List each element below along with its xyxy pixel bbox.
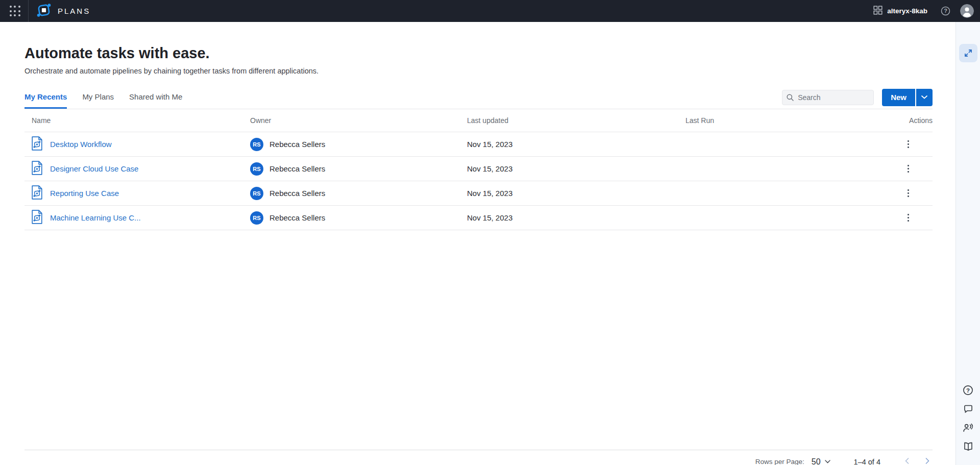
column-header-name: Name [24,116,250,125]
plans-table: Desktop Workflow RS Rebecca Sellers Nov … [24,132,933,230]
svg-text:?: ? [966,387,970,393]
top-navbar: PLANS alteryx-8kab ? [0,0,980,22]
tab-my-recents[interactable]: My Recents [24,86,67,109]
next-page-button[interactable] [922,456,933,465]
row-actions-menu-button[interactable] [904,186,913,201]
svg-text:?: ? [944,8,947,14]
column-header-actions: Actions [909,116,933,125]
plan-file-icon [31,136,43,153]
plan-name-link[interactable]: Desktop Workflow [50,140,112,149]
owner-avatar: RS [250,187,263,200]
plan-name-link[interactable]: Machine Learning Use C... [50,213,141,222]
rail-feedback-button[interactable] [962,403,974,415]
plan-file-icon [31,161,43,177]
navbar-divider [28,0,29,22]
chevron-left-icon [905,458,909,464]
owner-name: Rebecca Sellers [270,140,325,149]
table-header: Name Owner Last updated Last Run Actions [24,109,933,132]
user-icon [960,4,974,18]
chevron-down-icon [825,460,830,463]
table-row: Desktop Workflow RS Rebecca Sellers Nov … [24,132,933,157]
help-icon: ? [941,6,950,16]
rows-per-page-value: 50 [812,457,821,465]
plan-file-icon [31,210,43,226]
user-avatar[interactable] [960,4,974,18]
open-book-icon [963,442,973,452]
tab-my-plans[interactable]: My Plans [82,86,114,109]
chat-bubble-icon [963,404,973,414]
rows-per-page-select[interactable]: 50 [812,457,830,465]
owner-avatar: RS [250,162,263,176]
new-button[interactable]: New [882,89,915,106]
search-input[interactable] [782,90,874,105]
community-icon [963,423,973,433]
owner-avatar: RS [250,211,263,225]
help-circle-icon: ? [963,385,973,396]
last-updated-value: Nov 15, 2023 [467,164,685,173]
row-actions-menu-button[interactable] [904,137,913,152]
table-row: Designer Cloud Use Case RS Rebecca Selle… [24,157,933,181]
workspace-switcher[interactable]: alteryx-8kab [873,6,927,16]
pagination-range: 1–4 of 4 [854,458,880,465]
plan-file-icon [31,185,43,202]
column-header-last-updated: Last updated [467,116,685,125]
owner-name: Rebecca Sellers [270,164,325,173]
workspace-name: alteryx-8kab [887,7,927,15]
column-header-last-run: Last Run [685,116,868,125]
owner-name: Rebecca Sellers [270,213,325,222]
previous-page-button[interactable] [902,456,912,465]
last-updated-value: Nov 15, 2023 [467,189,685,198]
owner-name: Rebecca Sellers [270,189,325,198]
app-logo: PLANS [36,3,90,20]
column-header-owner: Owner [250,116,467,125]
last-updated-value: Nov 15, 2023 [467,140,685,149]
app-title: PLANS [58,7,90,15]
app-switcher-button[interactable] [8,5,21,18]
expand-panel-button[interactable] [959,44,977,62]
last-updated-value: Nov 15, 2023 [467,213,685,222]
tabs-bar: My Recents My Plans Shared with Me New [24,86,933,109]
plan-name-link[interactable]: Designer Cloud Use Case [50,164,138,173]
new-dropdown-button[interactable] [915,89,933,106]
right-rail: ? [955,22,980,465]
chevron-down-icon [921,95,927,99]
page-title: Automate tasks with ease. [24,45,933,62]
help-button[interactable]: ? [941,6,950,16]
page-subtitle: Orchestrate and automate pipelines by ch… [24,67,933,75]
new-split-button: New [882,89,933,106]
expand-icon [964,48,973,58]
apps-grid-icon [10,6,20,16]
row-actions-menu-button[interactable] [904,211,913,225]
plans-logo-icon [36,3,52,20]
plan-name-link[interactable]: Reporting Use Case [50,189,119,198]
owner-avatar: RS [250,138,263,151]
table-row: Machine Learning Use C... RS Rebecca Sel… [24,206,933,230]
table-footer: Rows per Page: 50 1–4 of 4 [24,450,933,465]
workspace-icon [873,6,883,16]
rail-community-button[interactable] [962,422,974,434]
tab-shared-with-me[interactable]: Shared with Me [129,86,182,109]
rail-help-button[interactable]: ? [962,384,974,396]
search-box [782,90,874,105]
main-content: Automate tasks with ease. Orchestrate an… [0,22,955,465]
rail-docs-button[interactable] [962,440,974,453]
chevron-right-icon [925,458,929,464]
table-row: Reporting Use Case RS Rebecca Sellers No… [24,181,933,206]
rows-per-page-label: Rows per Page: [755,458,804,465]
row-actions-menu-button[interactable] [904,162,913,176]
